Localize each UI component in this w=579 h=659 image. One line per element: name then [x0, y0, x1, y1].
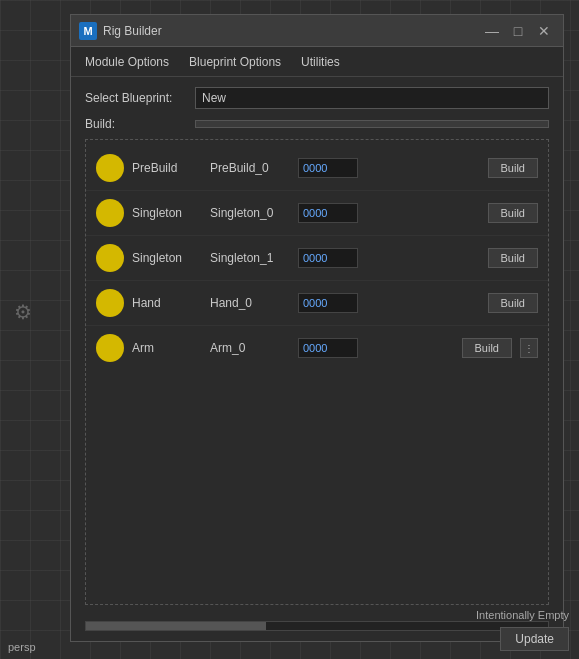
- module-build-button[interactable]: Build: [488, 248, 538, 268]
- menu-item-utilities[interactable]: Utilities: [291, 51, 350, 73]
- persp-label: persp: [8, 641, 36, 653]
- build-label: Build:: [85, 117, 195, 131]
- menu-bar: Module Options Blueprint Options Utiliti…: [71, 47, 563, 77]
- module-status-icon: [96, 289, 124, 317]
- module-code-input[interactable]: [298, 203, 358, 223]
- module-name-label: Hand_0: [210, 296, 290, 310]
- minimize-button[interactable]: —: [481, 22, 503, 40]
- select-blueprint-row: Select Blueprint:: [85, 87, 549, 109]
- menu-item-blueprint-options[interactable]: Blueprint Options: [179, 51, 291, 73]
- module-build-button[interactable]: Build: [488, 203, 538, 223]
- rig-builder-window: M Rig Builder — □ ✕ Module Options Bluep…: [70, 14, 564, 642]
- close-button[interactable]: ✕: [533, 22, 555, 40]
- table-row: Hand Hand_0 Build: [86, 281, 548, 326]
- app-icon: M: [79, 22, 97, 40]
- build-row: Build:: [85, 117, 549, 131]
- window-controls: — □ ✕: [481, 22, 555, 40]
- module-code-input[interactable]: [298, 248, 358, 268]
- module-type-label: Hand: [132, 296, 202, 310]
- title-bar: M Rig Builder — □ ✕: [71, 15, 563, 47]
- module-name-label: Singleton_0: [210, 206, 290, 220]
- module-list[interactable]: PreBuild PreBuild_0 Build Singleton Sing…: [85, 139, 549, 605]
- maximize-button[interactable]: □: [507, 22, 529, 40]
- table-row: Arm Arm_0 Build ⋮: [86, 326, 548, 370]
- module-code-input[interactable]: [298, 158, 358, 178]
- module-type-label: Singleton: [132, 251, 202, 265]
- module-name-label: Arm_0: [210, 341, 290, 355]
- menu-item-module-options[interactable]: Module Options: [75, 51, 179, 73]
- module-build-button[interactable]: Build: [488, 293, 538, 313]
- intentionally-empty-label: Intentionally Empty: [476, 609, 569, 621]
- module-extra-button[interactable]: ⋮: [520, 338, 538, 358]
- module-name-label: PreBuild_0: [210, 161, 290, 175]
- update-button[interactable]: Update: [500, 627, 569, 651]
- select-blueprint-label: Select Blueprint:: [85, 91, 195, 105]
- module-build-button[interactable]: Build: [488, 158, 538, 178]
- table-row: Singleton Singleton_1 Build: [86, 236, 548, 281]
- module-status-icon: [96, 199, 124, 227]
- window-title: Rig Builder: [103, 24, 481, 38]
- module-status-icon: [96, 244, 124, 272]
- module-code-input[interactable]: [298, 293, 358, 313]
- module-build-button[interactable]: Build: [462, 338, 512, 358]
- module-status-icon: [96, 334, 124, 362]
- module-type-label: Arm: [132, 341, 202, 355]
- table-row: PreBuild PreBuild_0 Build: [86, 146, 548, 191]
- bottom-right-panel: Intentionally Empty Update: [466, 601, 579, 659]
- module-type-label: Singleton: [132, 206, 202, 220]
- build-progress-bar: [195, 120, 549, 128]
- scroll-thumb: [86, 622, 266, 630]
- module-name-label: Singleton_1: [210, 251, 290, 265]
- select-blueprint-input[interactable]: [195, 87, 549, 109]
- arm-decoration: ⚙: [14, 300, 32, 324]
- main-content: Select Blueprint: Build: PreBuild PreBui…: [71, 77, 563, 615]
- table-row: Singleton Singleton_0 Build: [86, 191, 548, 236]
- module-type-label: PreBuild: [132, 161, 202, 175]
- module-code-input[interactable]: [298, 338, 358, 358]
- module-status-icon: [96, 154, 124, 182]
